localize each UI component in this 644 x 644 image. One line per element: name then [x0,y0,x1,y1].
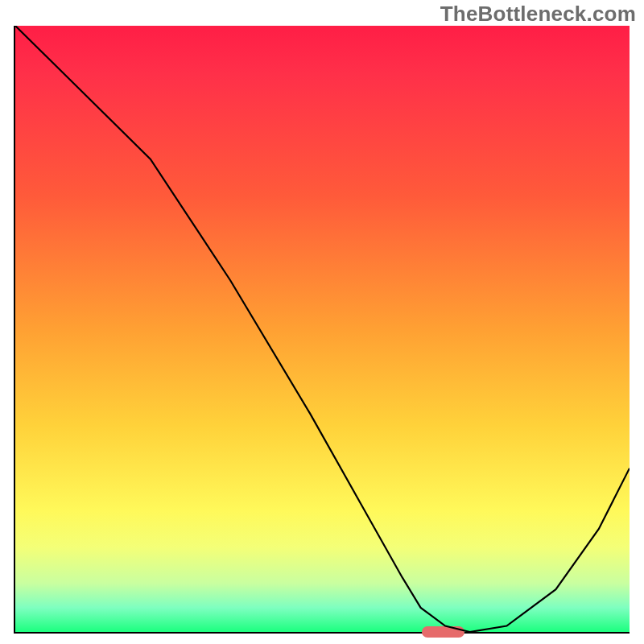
plot-area [14,26,630,634]
watermark-text: TheBottleneck.com [440,2,636,27]
bottleneck-curve [15,26,630,632]
chart-container: TheBottleneck.com [0,0,644,644]
line-overlay [15,26,630,632]
